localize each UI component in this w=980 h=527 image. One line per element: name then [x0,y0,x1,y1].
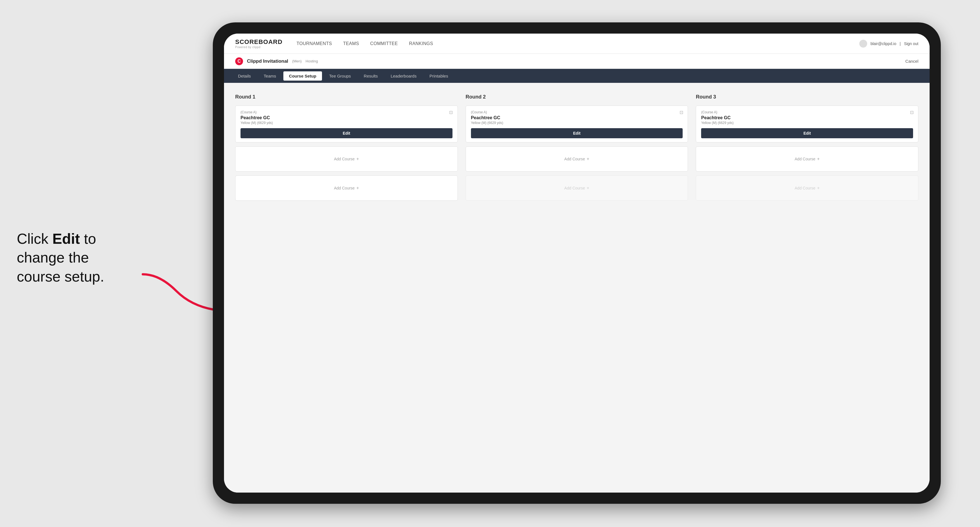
nav-teams[interactable]: TEAMS [343,41,359,46]
gender-badge: (Men) [292,59,302,63]
round-2-add-course-1[interactable]: Add Course + [466,146,688,171]
round-2-course-card: (Course A) Peachtree GC Yellow (M) (6629… [466,105,688,143]
round-3-add-course-2-label: Add Course [795,186,815,190]
round-3-edit-button[interactable]: Edit [701,128,913,138]
rounds-container: Round 1 (Course A) Peachtree GC Yellow (… [235,94,918,201]
round-3-delete-icon[interactable]: ⊡ [908,109,915,115]
round-3-add-course-1-label: Add Course [795,157,815,161]
user-email: blair@clippd.io [870,41,896,46]
tournament-name: Clippd Invitational [247,59,288,64]
nav-links: TOURNAMENTS TEAMS COMMITTEE RANKINGS [296,41,859,46]
round-3-add-course-2: Add Course + [696,176,918,201]
nav-rankings[interactable]: RANKINGS [409,41,433,46]
user-avatar [859,40,867,48]
round-1-add-course-2-label: Add Course [334,186,355,190]
tablet-frame: SCOREBOARD Powered by clippd TOURNAMENTS… [213,22,941,504]
round-3-title: Round 3 [696,94,918,100]
round-3-column: Round 3 (Course A) Peachtree GC Yellow (… [696,94,918,201]
round-3-add-course-2-plus: + [817,186,819,190]
sign-out-link[interactable]: Sign out [904,41,918,46]
nav-tournaments[interactable]: TOURNAMENTS [296,41,332,46]
main-content: Round 1 (Course A) Peachtree GC Yellow (… [224,83,930,492]
round-3-course-label: (Course A) [701,110,913,114]
tab-tee-groups[interactable]: Tee Groups [324,71,357,81]
round-1-add-course-2-plus: + [356,186,359,190]
sub-header-left: C Clippd Invitational (Men) Hosting [235,57,905,65]
round-3-course-details: Yellow (M) (6629 yds) [701,121,913,125]
round-2-course-name: Peachtree GC [471,115,683,121]
round-1-delete-icon[interactable]: ⊡ [448,109,454,115]
hosting-badge: Hosting [305,59,318,63]
tab-results[interactable]: Results [358,71,383,81]
round-1-course-label: (Course A) [240,110,452,114]
nav-committee[interactable]: COMMITTEE [370,41,398,46]
instruction-text: Click Edit tochange thecourse setup. [17,230,104,286]
round-2-column: Round 2 (Course A) Peachtree GC Yellow (… [466,94,688,201]
instruction-bold: Edit [52,231,80,247]
round-1-edit-button[interactable]: Edit [240,128,452,138]
round-2-edit-button[interactable]: Edit [471,128,683,138]
round-2-course-details: Yellow (M) (6629 yds) [471,121,683,125]
sub-header: C Clippd Invitational (Men) Hosting Canc… [224,54,930,69]
round-1-add-course-1-plus: + [356,156,359,162]
round-1-course-details: Yellow (M) (6629 yds) [240,121,452,125]
tab-course-setup[interactable]: Course Setup [283,71,322,81]
round-3-add-course-1[interactable]: Add Course + [696,146,918,171]
round-2-delete-icon[interactable]: ⊡ [678,109,684,115]
round-2-course-label: (Course A) [471,110,683,114]
round-1-add-course-2[interactable]: Add Course + [235,176,458,201]
round-2-add-course-2-plus: + [587,186,589,190]
tab-leaderboards[interactable]: Leaderboards [385,71,422,81]
tab-printables[interactable]: Printables [424,71,454,81]
round-3-course-name: Peachtree GC [701,115,913,121]
round-2-add-course-1-plus: + [587,156,589,162]
round-3-add-course-1-plus: + [817,156,819,162]
tab-teams[interactable]: Teams [258,71,282,81]
tab-details[interactable]: Details [232,71,256,81]
nav-separator: | [900,41,901,46]
round-1-title: Round 1 [235,94,458,100]
cancel-button[interactable]: Cancel [905,59,918,63]
tabs-bar: Details Teams Course Setup Tee Groups Re… [224,69,930,83]
round-2-add-course-2: Add Course + [466,176,688,201]
scoreboard-logo: SCOREBOARD Powered by clippd [235,38,283,49]
round-1-column: Round 1 (Course A) Peachtree GC Yellow (… [235,94,458,201]
clippd-icon: C [235,57,243,65]
round-2-title: Round 2 [466,94,688,100]
round-1-course-name: Peachtree GC [240,115,452,121]
round-1-add-course-1[interactable]: Add Course + [235,146,458,171]
top-nav: SCOREBOARD Powered by clippd TOURNAMENTS… [224,33,930,54]
round-2-add-course-1-label: Add Course [564,157,585,161]
logo-main-text: SCOREBOARD [235,38,283,46]
round-3-course-card: (Course A) Peachtree GC Yellow (M) (6629… [696,105,918,143]
round-1-add-course-1-label: Add Course [334,157,355,161]
round-1-course-card: (Course A) Peachtree GC Yellow (M) (6629… [235,105,458,143]
round-2-add-course-2-label: Add Course [564,186,585,190]
logo-sub-text: Powered by clippd [235,46,283,49]
tablet-screen: SCOREBOARD Powered by clippd TOURNAMENTS… [224,33,930,492]
nav-right: blair@clippd.io | Sign out [859,40,918,48]
